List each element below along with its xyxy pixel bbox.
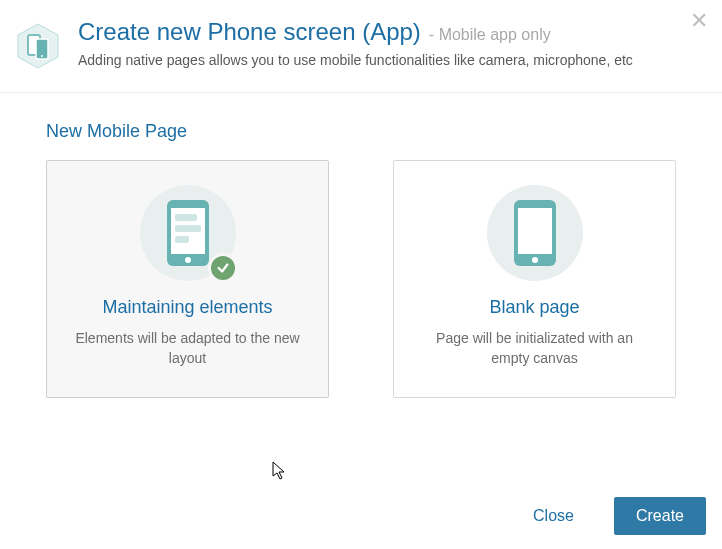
option-maintain-elements[interactable]: Maintaining elements Elements will be ad… [46,160,329,398]
phone-blank-icon [487,185,583,281]
svg-rect-7 [175,225,201,232]
cursor-icon [272,461,288,485]
dialog-badge: - Mobile app only [429,26,551,44]
svg-point-3 [41,55,43,57]
svg-rect-8 [175,236,189,243]
dialog-title: Create new Phone screen (App) [78,18,421,46]
dialog-subtitle: Adding native pages allows you to use mo… [78,52,702,68]
phone-badge-icon [14,22,62,74]
svg-point-9 [185,257,191,263]
svg-rect-6 [175,214,197,221]
options-row: Maintaining elements Elements will be ad… [46,160,676,398]
check-icon [208,253,238,283]
section-title: New Mobile Page [46,121,676,142]
dialog-footer: Close Create [511,497,706,535]
option-title: Blank page [410,297,659,318]
option-desc: Page will be initializated with an empty… [410,328,659,369]
close-button[interactable]: Close [511,497,596,535]
create-button[interactable]: Create [614,497,706,535]
dialog-header: Create new Phone screen (App) - Mobile a… [0,0,722,93]
svg-point-12 [532,257,538,263]
svg-rect-11 [518,208,552,254]
option-title: Maintaining elements [63,297,312,318]
option-desc: Elements will be adapted to the new layo… [63,328,312,369]
close-icon[interactable]: ✕ [690,10,708,32]
option-blank-page[interactable]: Blank page Page will be initializated wi… [393,160,676,398]
